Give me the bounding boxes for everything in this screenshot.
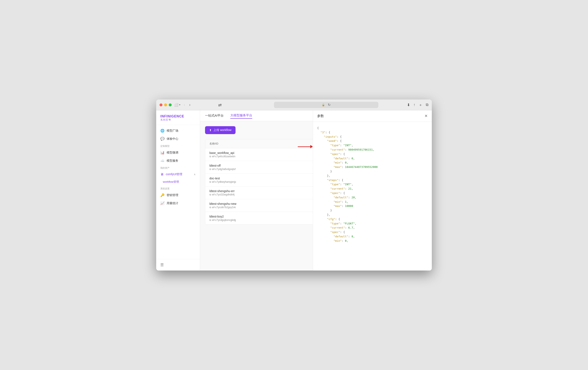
stats-icon: 📈	[160, 201, 165, 205]
sidebar-item-label: comfyUI管理	[166, 172, 182, 176]
back-button[interactable]: ‹	[183, 102, 186, 107]
sidebar-item-label: 密钥管理	[167, 193, 178, 197]
title-bar-actions: ⬇ ↑ ＋ ⧉	[407, 102, 429, 107]
sidebar-item-model-finetune[interactable]: 📊 模型微调	[156, 149, 200, 157]
upload-icon: ⬆	[209, 129, 212, 132]
chevron-up-icon: ∧	[194, 173, 196, 176]
mac-window: ⬜ ▾ ‹ › ⇄ 🔒 ↻ ⬇ ↑ ＋ ⧉ INFINIGENCE 无问芯穹	[156, 100, 432, 270]
download-button[interactable]: ⬇	[407, 103, 410, 107]
upload-btn-label: 上传 workflow	[213, 128, 231, 132]
params-panel: 参数 ✕ { "3": { "inputs": { "seed": { "typ…	[313, 110, 432, 270]
sidebar-sub-item-label: workflow管理	[163, 180, 179, 184]
sidebar-icon: ⬜	[174, 103, 178, 107]
sidebar-item-label: 模型微调	[167, 151, 178, 155]
sidebar-item-key-management[interactable]: 🔑 密钥管理	[156, 191, 200, 199]
minimize-button[interactable]	[164, 103, 167, 106]
hamburger-menu-button[interactable]: ☰	[160, 263, 164, 267]
logo-sub: 无问芯穹	[160, 118, 196, 121]
sidebar-item-label: 体验中心	[167, 137, 178, 141]
translate-icon: ⇄	[218, 102, 222, 107]
main-content: 一站式AI平台 大模型服务平台 ⬆ 上传 workflow 名称/ID 状态	[200, 110, 432, 270]
reload-button[interactable]: ↻	[328, 103, 331, 107]
globe-icon: 🌐	[160, 129, 165, 133]
upload-workflow-button[interactable]: ⬆ 上传 workflow	[205, 126, 236, 134]
sidebar-footer: ☰	[156, 259, 200, 270]
lock-icon: 🔒	[322, 103, 325, 106]
sidebar-item-label: 用量统计	[167, 201, 178, 205]
cloud-icon: ☁️	[160, 159, 165, 163]
traffic-lights	[159, 103, 172, 106]
sidebar-item-experience-center[interactable]: 💬 体验中心	[156, 135, 200, 143]
sidebar: INFINIGENCE 无问芯穹 🌐 模型广场 💬 体验中心 定制模型 📊 模型…	[156, 110, 200, 270]
panel-close-button[interactable]: ✕	[424, 114, 428, 118]
sidebar-item-comfyui[interactable]: 🖥 comfyUI管理 ∧	[156, 170, 200, 178]
logo-main: INFINIGENCE	[160, 114, 196, 118]
arrow-indicator	[298, 145, 313, 148]
copy-icon: ⧉	[210, 181, 211, 183]
code-block: { "3": { "inputs": { "seed": { "type": "…	[317, 126, 428, 243]
section-label-my-assets: 我的资产	[156, 165, 200, 170]
sidebar-item-label: 模型广场	[167, 129, 178, 133]
sidebar-item-label: 模型服务	[167, 159, 178, 163]
panel-title: 参数	[317, 114, 324, 118]
chat-icon: 💬	[160, 137, 165, 141]
sidebar-item-model-plaza[interactable]: 🌐 模型广场	[156, 127, 200, 135]
copy-icon: ⧉	[210, 168, 211, 170]
arrow-head	[310, 145, 313, 148]
app-body: INFINIGENCE 无问芯穹 🌐 模型广场 💬 体验中心 定制模型 📊 模型…	[156, 110, 432, 270]
new-tab-button[interactable]: ＋	[419, 102, 422, 107]
key-icon: 🔑	[160, 193, 165, 197]
panel-content: { "3": { "inputs": { "seed": { "type": "…	[313, 122, 432, 270]
sidebar-item-usage-stats[interactable]: 📈 用量统计	[156, 199, 200, 207]
nav-section: 🌐 模型广场 💬 体验中心 定制模型 📊 模型微调 ☁️ 模型服务 我的资产	[156, 125, 200, 259]
copy-icon: ⧉	[210, 155, 211, 158]
copy-icon: ⧉	[210, 193, 211, 196]
copy-icon: ⧉	[210, 219, 211, 221]
forward-button[interactable]: ›	[188, 102, 191, 107]
section-label-custom-model: 定制模型	[156, 143, 200, 149]
chart-icon: 📊	[160, 150, 165, 155]
address-bar[interactable]: 🔒 ↻	[274, 102, 378, 108]
sidebar-toggle-button[interactable]: ⬜ ▾	[174, 103, 180, 107]
monitor-icon: 🖥	[160, 172, 164, 176]
close-button[interactable]	[159, 103, 162, 106]
panel-header: 参数 ✕	[313, 110, 432, 122]
top-nav-item-ai-platform[interactable]: 一站式AI平台	[205, 113, 224, 119]
arrow-line	[298, 146, 310, 147]
share-button[interactable]: ↑	[413, 103, 415, 107]
top-nav-item-llm-platform[interactable]: 大模型服务平台	[230, 113, 252, 119]
sidebar-item-model-service[interactable]: ☁️ 模型服务	[156, 157, 200, 165]
sidebar-item-workflow-management[interactable]: workflow管理	[156, 178, 200, 185]
logo-area: INFINIGENCE 无问芯穹	[156, 110, 200, 125]
section-label-system-settings: 系统设置	[156, 185, 200, 191]
tab-overview-button[interactable]: ⧉	[426, 103, 429, 107]
maximize-button[interactable]	[169, 103, 172, 106]
title-bar: ⬜ ▾ ‹ › ⇄ 🔒 ↻ ⬇ ↑ ＋ ⧉	[156, 100, 432, 110]
copy-icon: ⧉	[210, 206, 211, 209]
chevron-down-icon: ▾	[179, 103, 180, 106]
